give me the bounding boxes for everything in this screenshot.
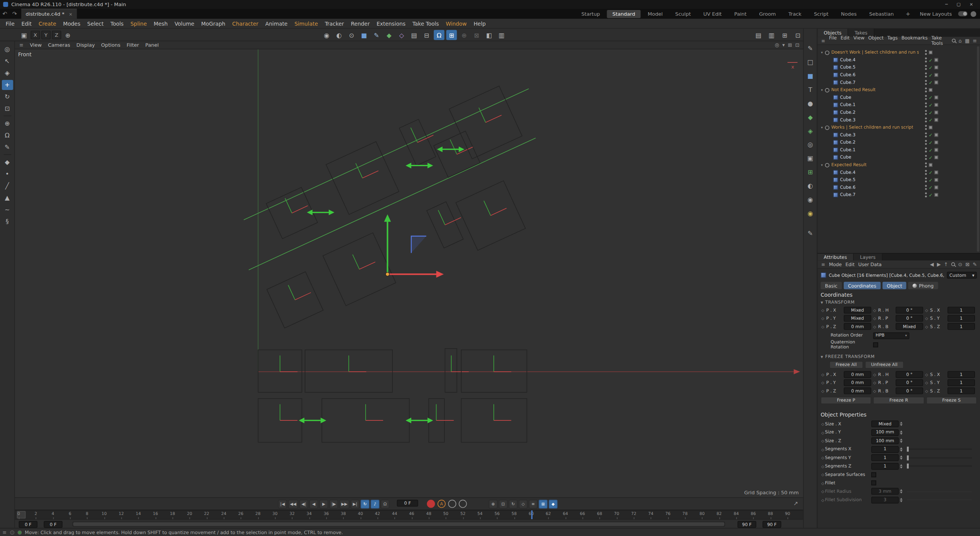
cube-wireframe[interactable] bbox=[258, 350, 302, 392]
visibility-toggles[interactable] bbox=[925, 178, 927, 182]
home-icon[interactable]: ⌂ bbox=[959, 38, 962, 44]
close-button[interactable]: × bbox=[969, 2, 973, 7]
layout-quad-button[interactable]: ⊞ bbox=[779, 30, 790, 40]
add-layout-button[interactable]: + bbox=[901, 11, 915, 17]
enabled-check-icon[interactable]: ✓ bbox=[929, 102, 933, 108]
axis-lock-y[interactable]: Y bbox=[41, 31, 51, 39]
keyframe-dot-icon[interactable]: ◇ bbox=[821, 389, 825, 393]
timeline-marker[interactable] bbox=[531, 510, 532, 519]
size-y-field[interactable]: 100 mm bbox=[871, 429, 899, 436]
keyframe-dot-icon[interactable]: ◇ bbox=[821, 447, 825, 451]
record-parameter-toggle[interactable]: ◇ bbox=[519, 500, 528, 508]
visibility-toggles[interactable] bbox=[925, 73, 927, 77]
freeze-group-header[interactable]: ▼ FREEZE TRANSFORM bbox=[821, 354, 977, 359]
model-mode-button[interactable]: ◆ bbox=[2, 157, 13, 167]
keyframe-presets-button[interactable] bbox=[448, 500, 456, 508]
menu-create[interactable]: Create bbox=[36, 19, 59, 28]
layout-sebastian[interactable]: Sebastian bbox=[864, 10, 900, 18]
spline-pen-menu[interactable]: ✎ bbox=[371, 30, 382, 40]
button-unfreeze-all[interactable]: Unfreeze All bbox=[865, 361, 904, 369]
viewport-menu-display[interactable]: Display bbox=[73, 42, 98, 48]
fillet-subdivision-field[interactable]: 3 bbox=[871, 497, 899, 503]
layout-script[interactable]: Script bbox=[808, 10, 834, 18]
slider-handle[interactable] bbox=[907, 447, 909, 452]
attr-menu-user-data[interactable]: User Data bbox=[856, 261, 884, 267]
segments-x-slider[interactable] bbox=[907, 449, 972, 450]
tree-object-row[interactable]: Cube.1✓ bbox=[818, 146, 980, 154]
parameter-field[interactable]: 1 bbox=[947, 315, 975, 322]
workplane-menu[interactable]: ⊟ bbox=[421, 30, 432, 40]
keyframe-dot-icon[interactable]: ◇ bbox=[821, 422, 825, 426]
menu-simulate[interactable]: Simulate bbox=[291, 19, 321, 28]
visibility-toggles[interactable] bbox=[925, 80, 927, 85]
record-rotation-toggle[interactable]: ↻ bbox=[509, 500, 518, 508]
keyframe-dot-icon[interactable]: ◇ bbox=[924, 381, 929, 385]
viewport-menu-icon[interactable]: ≡ bbox=[17, 42, 26, 48]
keyframe-selection-toggle[interactable]: ⊞ bbox=[539, 500, 547, 508]
keyframe-dot-icon[interactable]: ◇ bbox=[924, 308, 929, 312]
visibility-toggles[interactable] bbox=[925, 103, 927, 107]
button-freeze-all[interactable]: Freeze All bbox=[830, 361, 863, 369]
enabled-check-icon[interactable]: ✓ bbox=[929, 147, 933, 153]
range-end-field-1[interactable]: 90 F bbox=[763, 521, 781, 528]
display-toggle[interactable] bbox=[934, 141, 938, 144]
tree-object-row[interactable]: Cube✓ bbox=[818, 154, 980, 161]
cube-wireframe[interactable] bbox=[456, 181, 526, 250]
visibility-toggles[interactable] bbox=[925, 125, 927, 130]
record-scale-toggle[interactable]: ⊡ bbox=[499, 500, 508, 508]
tab-layers[interactable]: Layers bbox=[854, 253, 882, 260]
slider-handle[interactable] bbox=[907, 464, 909, 469]
viewport-dropdown-icon[interactable]: ▾ bbox=[782, 42, 785, 48]
add-torus-icon[interactable]: ◎ bbox=[805, 140, 815, 149]
search-icon[interactable] bbox=[952, 39, 956, 42]
segments-z-field[interactable]: 1 bbox=[871, 463, 899, 470]
attr-menu-edit[interactable]: Edit bbox=[844, 261, 857, 267]
tree-object-row[interactable]: Cube.2✓ bbox=[818, 139, 980, 146]
cube-wireframe[interactable] bbox=[326, 142, 399, 214]
menu-tools[interactable]: Tools bbox=[107, 19, 127, 28]
panel-menu-icon[interactable]: ≡ bbox=[973, 38, 977, 44]
keyframe-dot-icon[interactable]: ◇ bbox=[872, 381, 877, 385]
spinner-arrows[interactable] bbox=[900, 430, 903, 435]
menu-file[interactable]: File bbox=[3, 19, 18, 28]
key-snap-toggle[interactable]: Ω bbox=[381, 500, 389, 508]
display-toggle[interactable] bbox=[934, 111, 938, 114]
transform-group-header[interactable]: ▼ TRANSFORM bbox=[821, 300, 977, 305]
expand-icon[interactable]: ▾ bbox=[819, 163, 824, 167]
scene-nodes-icon[interactable]: ✎ bbox=[805, 229, 815, 238]
tree-object-row[interactable]: Cube.3✓ bbox=[818, 116, 980, 124]
parameter-field[interactable]: 1 bbox=[947, 379, 975, 386]
segments-z-slider[interactable] bbox=[907, 466, 972, 467]
parameter-field[interactable]: 1 bbox=[947, 307, 975, 314]
menu-animate[interactable]: Animate bbox=[262, 19, 291, 28]
spinner-arrows[interactable] bbox=[900, 447, 903, 451]
add-cube-icon[interactable]: ■ bbox=[805, 71, 815, 80]
keyframe-dot-icon[interactable]: ◇ bbox=[821, 489, 825, 494]
visibility-toggles[interactable] bbox=[925, 170, 927, 175]
cube-wireframe[interactable] bbox=[445, 348, 469, 392]
parent-object-icon[interactable]: ↑ bbox=[944, 261, 948, 267]
layout-groom[interactable]: Groom bbox=[753, 10, 781, 18]
fillet-radius-slider[interactable] bbox=[907, 491, 972, 492]
tree-object-row[interactable]: Cube.1✓ bbox=[818, 101, 980, 109]
display-toggle[interactable] bbox=[929, 163, 933, 167]
keyframe-dot-icon[interactable]: ◇ bbox=[821, 456, 825, 460]
keyframe-dot-icon[interactable]: ◇ bbox=[872, 389, 877, 393]
expand-icon[interactable]: ▾ bbox=[819, 88, 824, 92]
pen-tool[interactable]: ✎ bbox=[2, 142, 13, 152]
statusbar-menu-icon[interactable]: ≡ bbox=[3, 529, 7, 535]
autokeying-button[interactable]: A bbox=[438, 500, 446, 508]
parameter-field[interactable]: Mixed bbox=[896, 323, 923, 330]
range-end-field-0[interactable]: 90 F bbox=[738, 521, 756, 528]
add-sphere-icon[interactable]: ● bbox=[805, 99, 815, 108]
display-toggle[interactable] bbox=[934, 178, 938, 182]
tree-group-row[interactable]: ▾Works | Select children and run script bbox=[818, 124, 980, 131]
configure-icon[interactable]: ✎ bbox=[973, 261, 977, 267]
enabled-check-icon[interactable]: ✓ bbox=[929, 140, 933, 145]
parameter-field[interactable]: 0 ° bbox=[896, 307, 923, 314]
visibility-toggles[interactable] bbox=[925, 147, 927, 152]
enabled-check-icon[interactable]: ✓ bbox=[929, 177, 933, 183]
parameter-field[interactable]: 0 mm bbox=[844, 371, 871, 378]
tree-object-row[interactable]: Cube.6✓ bbox=[818, 184, 980, 191]
om-menu-view[interactable]: View bbox=[851, 35, 866, 46]
